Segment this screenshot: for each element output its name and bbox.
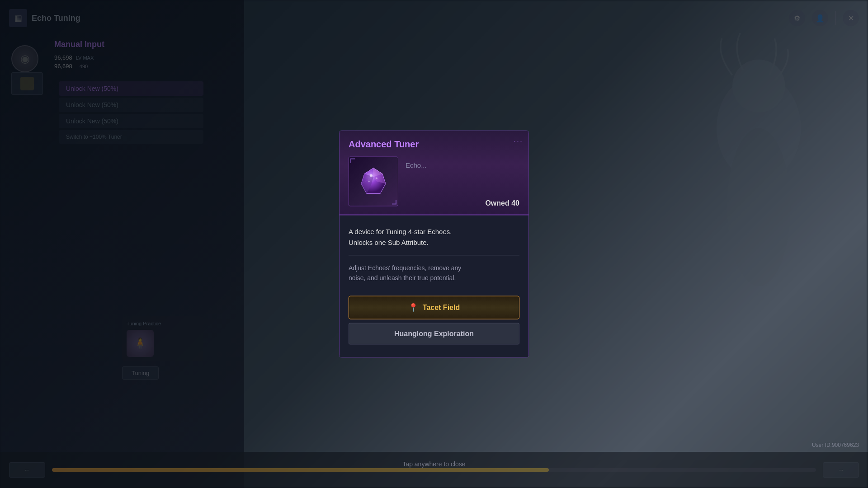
corner-dots-icon: ··· [514,136,523,146]
tacet-field-label: Tacet Field [423,303,460,311]
modal-divider [349,255,519,256]
modal-title: Advanced Tuner [349,139,519,150]
item-image-box [349,157,398,206]
user-id-display: User ID:900769623 [812,442,859,448]
corner-tl [350,159,355,163]
modal-desc-main-text: A device for Tuning 4-star Echoes.Unlock… [349,228,452,246]
modal-body: A device for Tuning 4-star Echoes.Unlock… [340,216,528,357]
pin-icon: 📍 [408,302,418,312]
modal-desc-secondary-text: Adjust Echoes' frequencies, remove anyno… [349,264,461,282]
svg-point-13 [370,174,373,177]
item-subtitle: Echo... [406,161,519,169]
huanglong-label: Huanglong Exploration [394,329,474,338]
modal-desc-secondary: Adjust Echoes' frequencies, remove anyno… [349,263,519,283]
modal-container: Advanced Tuner ··· [339,131,529,358]
svg-point-15 [368,181,370,183]
item-owned: Owned 40 [485,199,519,207]
huanglong-button[interactable]: Huanglong Exploration [349,323,519,344]
modal-desc-main: A device for Tuning 4-star Echoes.Unlock… [349,226,519,248]
corner-br [392,200,396,205]
modal-card: Advanced Tuner ··· [339,131,529,358]
modal-header: Advanced Tuner ··· [340,131,528,216]
tacet-field-button[interactable]: 📍 Tacet Field [349,296,519,319]
tap-to-close-label: Tap anywhere to close [402,460,465,468]
svg-point-14 [376,178,377,179]
item-gem-image [358,166,389,197]
item-info: Echo... [406,157,519,173]
tap-to-close-text: Tap anywhere to close [0,460,868,468]
modal-header-content: Echo... Owned 40 [349,157,519,215]
